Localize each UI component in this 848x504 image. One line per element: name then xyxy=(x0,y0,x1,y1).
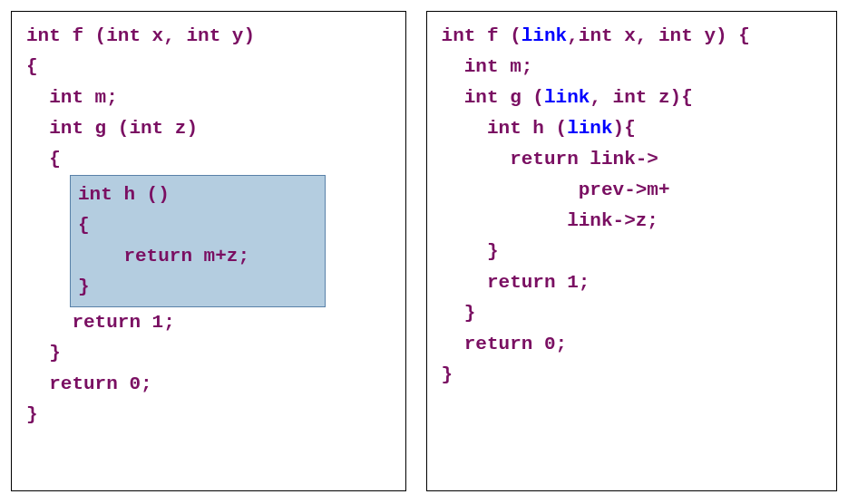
code-line: return link-> xyxy=(442,144,825,175)
code-line: int f (link,int x, int y) { xyxy=(442,21,825,52)
code-line: { xyxy=(78,210,317,241)
highlight-box: int h () { return m+z; } xyxy=(70,175,326,307)
code-text: int h ( xyxy=(442,118,568,139)
code-line: return 0; xyxy=(442,329,825,360)
code-line: { xyxy=(26,144,395,175)
code-line: } xyxy=(442,360,825,391)
left-code-panel: int f (int x, int y) { int m; int g (int… xyxy=(11,11,406,491)
code-line: int m; xyxy=(26,82,395,113)
code-line: int m; xyxy=(442,52,825,82)
code-text: ){ xyxy=(613,118,636,139)
code-text: ,int x, int y) { xyxy=(567,25,750,46)
code-line: int g (int z) xyxy=(26,113,395,144)
code-line: return 1; xyxy=(26,307,395,338)
code-line: } xyxy=(78,272,317,303)
code-line: int g (link, int z){ xyxy=(442,82,825,113)
code-text: , int z){ xyxy=(590,87,692,108)
code-line: { xyxy=(26,52,395,82)
code-panels: int f (int x, int y) { int m; int g (int… xyxy=(11,11,837,491)
code-line: return 1; xyxy=(442,267,825,298)
link-keyword: link xyxy=(521,25,567,46)
code-line: int h (link){ xyxy=(442,113,825,144)
code-text: int g ( xyxy=(442,87,544,108)
code-line: link->z; xyxy=(442,206,825,237)
code-line: int f (int x, int y) xyxy=(26,21,395,52)
code-text: int f ( xyxy=(442,25,521,46)
right-code-panel: int f (link,int x, int y) { int m; int g… xyxy=(426,11,837,491)
code-line: } xyxy=(26,338,395,369)
code-line: } xyxy=(442,237,825,267)
link-keyword: link xyxy=(544,87,590,108)
code-line: return 0; xyxy=(26,369,395,400)
code-line: } xyxy=(442,298,825,329)
code-line: } xyxy=(26,400,395,431)
link-keyword: link xyxy=(567,118,612,139)
code-line: return m+z; xyxy=(78,241,317,272)
code-line: int h () xyxy=(78,179,317,210)
code-line: prev->m+ xyxy=(442,175,825,206)
